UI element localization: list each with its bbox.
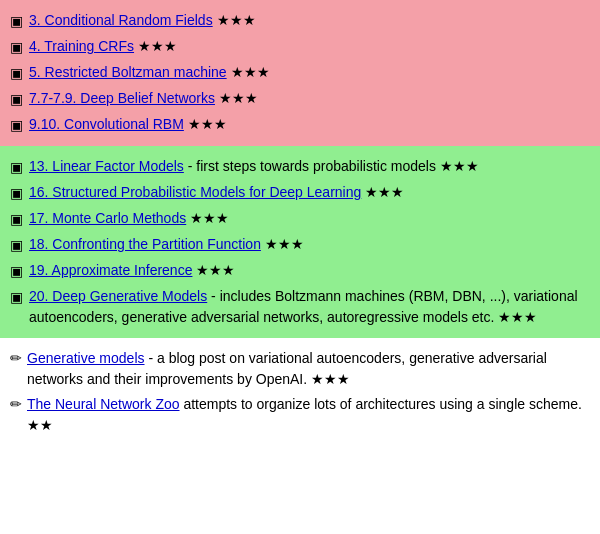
stars: ★★★ — [134, 38, 177, 54]
description: - first steps towards probabilistic mode… — [184, 158, 479, 174]
link-item-17[interactable]: 17. Monte Carlo Methods — [29, 210, 186, 226]
link-item-20[interactable]: 20. Deep Generative Models — [29, 288, 207, 304]
list-item: ✏ The Neural Network Zoo attempts to org… — [10, 394, 590, 436]
stars: ★★★ — [186, 210, 229, 226]
link-item-910[interactable]: 9.10. Convolutional RBM — [29, 116, 184, 132]
list-item: ▣ 20. Deep Generative Models - includes … — [10, 286, 590, 328]
list-item: ▣ 18. Confronting the Partition Function… — [10, 234, 590, 256]
link-nn-zoo[interactable]: The Neural Network Zoo — [27, 396, 180, 412]
stars: ★★★ — [261, 236, 304, 252]
link-item-5[interactable]: 5. Restricted Boltzman machine — [29, 64, 227, 80]
link-item-3[interactable]: 3. Conditional Random Fields — [29, 12, 213, 28]
file-icon: ▣ — [10, 11, 23, 32]
file-icon: ▣ — [10, 209, 23, 230]
list-item: ▣ 19. Approximate Inference ★★★ — [10, 260, 590, 282]
list-item: ✏ Generative models - a blog post on var… — [10, 348, 590, 390]
file-icon: ▣ — [10, 261, 23, 282]
list-item: ▣ 17. Monte Carlo Methods ★★★ — [10, 208, 590, 230]
stars: ★★★ — [361, 184, 404, 200]
file-icon: ▣ — [10, 287, 23, 308]
pencil-icon: ✏ — [10, 394, 22, 415]
stars: ★★★ — [213, 12, 256, 28]
stars: ★★★ — [192, 262, 235, 278]
file-icon: ▣ — [10, 235, 23, 256]
file-icon: ▣ — [10, 115, 23, 136]
list-item: ▣ 16. Structured Probabilistic Models fo… — [10, 182, 590, 204]
list-item: ▣ 9.10. Convolutional RBM ★★★ — [10, 114, 590, 136]
pink-section: ▣ 3. Conditional Random Fields ★★★ ▣ 4. … — [0, 0, 600, 146]
link-item-779[interactable]: 7.7-7.9. Deep Belief Networks — [29, 90, 215, 106]
link-item-13[interactable]: 13. Linear Factor Models — [29, 158, 184, 174]
file-icon: ▣ — [10, 89, 23, 110]
link-item-4[interactable]: 4. Training CRFs — [29, 38, 134, 54]
link-item-18[interactable]: 18. Confronting the Partition Function — [29, 236, 261, 252]
list-item: ▣ 5. Restricted Boltzman machine ★★★ — [10, 62, 590, 84]
stars: ★★★ — [215, 90, 258, 106]
stars: ★★★ — [227, 64, 270, 80]
list-item: ▣ 4. Training CRFs ★★★ — [10, 36, 590, 58]
file-icon: ▣ — [10, 183, 23, 204]
green-section: ▣ 13. Linear Factor Models - first steps… — [0, 146, 600, 338]
link-item-19[interactable]: 19. Approximate Inference — [29, 262, 192, 278]
file-icon: ▣ — [10, 63, 23, 84]
stars: ★★★ — [184, 116, 227, 132]
file-icon: ▣ — [10, 157, 23, 178]
list-item: ▣ 7.7-7.9. Deep Belief Networks ★★★ — [10, 88, 590, 110]
pencil-icon: ✏ — [10, 348, 22, 369]
list-item: ▣ 13. Linear Factor Models - first steps… — [10, 156, 590, 178]
link-item-16[interactable]: 16. Structured Probabilistic Models for … — [29, 184, 361, 200]
white-section: ✏ Generative models - a blog post on var… — [0, 338, 600, 446]
link-gen-models[interactable]: Generative models — [27, 350, 145, 366]
list-item: ▣ 3. Conditional Random Fields ★★★ — [10, 10, 590, 32]
file-icon: ▣ — [10, 37, 23, 58]
